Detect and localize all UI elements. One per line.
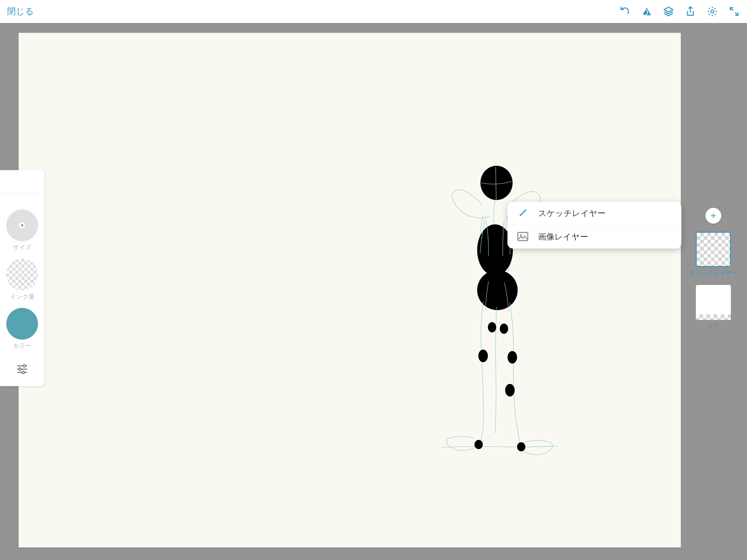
adjustments-button[interactable]: [16, 362, 29, 377]
svg-point-11: [474, 440, 483, 449]
brush-stroke-preview: [0, 181, 44, 204]
color-circle-icon: [6, 308, 38, 339]
ink-tool[interactable]: インク量: [6, 259, 38, 301]
add-layer-popover: スケッチレイヤー 画像レイヤー: [508, 202, 681, 249]
svg-point-8: [488, 322, 496, 332]
sketch-drawing: [19, 33, 681, 548]
shape-icon[interactable]: [641, 6, 652, 17]
settings-icon[interactable]: [706, 6, 718, 17]
svg-point-9: [500, 324, 508, 334]
layers-icon[interactable]: [663, 6, 674, 17]
svg-point-5: [477, 270, 518, 310]
top-toolbar: 閉じる: [0, 0, 747, 23]
svg-point-15: [22, 371, 25, 374]
svg-point-10: [505, 384, 515, 397]
svg-point-14: [19, 368, 21, 371]
fullscreen-icon[interactable]: [728, 6, 740, 17]
image-icon: [517, 232, 528, 242]
svg-point-17: [520, 234, 522, 236]
undo-icon[interactable]: [619, 6, 630, 17]
svg-point-13: [23, 365, 26, 367]
close-button[interactable]: 閉じる: [7, 5, 34, 18]
layer-label: スケッチレイヤー: [690, 269, 738, 277]
layer-item-background[interactable]: 背景: [696, 285, 731, 330]
drawing-canvas[interactable]: [19, 33, 681, 548]
add-layer-button[interactable]: [705, 208, 721, 224]
canvas-area: [0, 23, 747, 560]
popover-label: スケッチレイヤー: [538, 208, 606, 219]
color-label: カラー: [13, 342, 31, 350]
popover-label: 画像レイヤー: [538, 231, 588, 243]
size-circle-icon: [6, 209, 38, 241]
svg-point-6: [478, 350, 488, 362]
layer-thumb-icon: [696, 285, 731, 320]
layer-thumb-icon: [696, 232, 731, 267]
popover-item-sketch-layer[interactable]: スケッチレイヤー: [508, 202, 681, 225]
popover-item-image-layer[interactable]: 画像レイヤー: [508, 225, 681, 249]
color-tool[interactable]: カラー: [6, 308, 38, 350]
left-tool-panel: サイズ インク量 カラー: [0, 170, 44, 386]
svg-point-12: [517, 442, 525, 451]
size-label: サイズ: [13, 244, 32, 252]
ink-circle-icon: [6, 259, 38, 290]
size-tool[interactable]: サイズ: [6, 209, 38, 252]
svg-rect-16: [518, 232, 528, 240]
share-icon[interactable]: [685, 6, 696, 17]
ink-label: インク量: [10, 292, 35, 301]
layer-label: 背景: [707, 322, 719, 330]
brush-icon: [517, 208, 528, 219]
svg-point-1: [711, 10, 714, 13]
layer-panel: スケッチレイヤー 背景: [687, 208, 739, 330]
layer-item-sketch[interactable]: スケッチレイヤー: [690, 232, 738, 277]
svg-point-7: [508, 351, 517, 364]
